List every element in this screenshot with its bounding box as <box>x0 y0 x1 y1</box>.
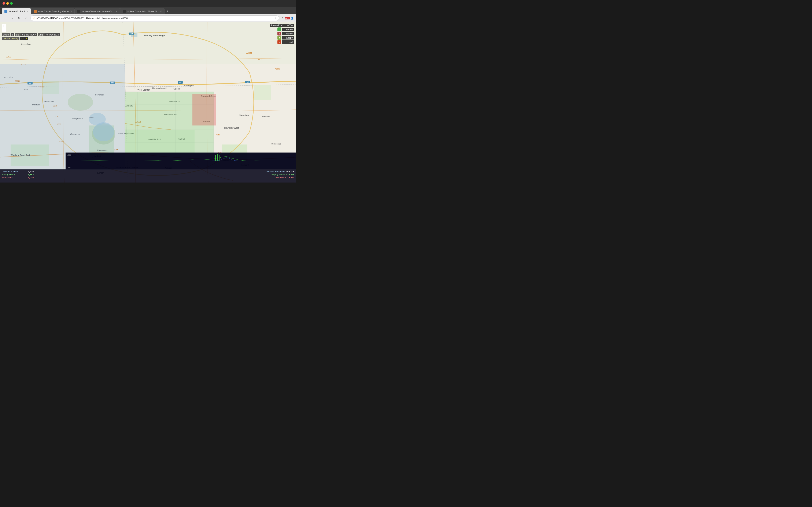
svg-text:A412: A412 <box>21 64 26 66</box>
svg-rect-91 <box>215 155 216 161</box>
svg-rect-94 <box>221 154 222 161</box>
svg-text:-700: -700 <box>67 167 70 169</box>
svg-text:A332: A332 <box>39 86 44 88</box>
svg-text:Runnymede: Runnymede <box>97 149 108 151</box>
tab-label-1: Where On Earth <box>9 10 26 13</box>
svg-text:B3021: B3021 <box>55 115 60 117</box>
sad-status-global-label: Sad status <box>261 176 286 179</box>
tab-label-4: mckeeh3/woe-twin: Where O... <box>127 10 159 13</box>
svg-text:M25: M25 <box>130 33 133 35</box>
tab-close-2[interactable]: ✕ <box>70 10 72 12</box>
svg-point-6 <box>68 94 93 111</box>
tab-bar: Where On Earth ✕ Akka Cluster Sharding V… <box>0 7 296 14</box>
minimize-button[interactable] <box>6 2 9 5</box>
svg-text:Hounslow: Hounslow <box>239 114 249 116</box>
svg-text:A3113: A3113 <box>135 121 141 123</box>
tab-close-3[interactable]: ✕ <box>115 10 117 12</box>
svg-text:Longford: Longford <box>125 105 133 107</box>
happy-key[interactable]: h <box>277 36 281 40</box>
svg-text:M4: M4 <box>247 81 249 83</box>
delete-key[interactable]: d <box>277 32 281 36</box>
svg-text:Horton: Horton <box>88 116 94 118</box>
hud-topleft: + − Zoom 6 Lat 51.47354267 Lng -0.479637… <box>2 24 60 41</box>
tab-close-4[interactable]: ✕ <box>160 10 162 12</box>
tab-favicon-4 <box>123 10 125 13</box>
close-button[interactable] <box>3 2 5 5</box>
maximize-button[interactable] <box>10 2 13 5</box>
new-badge-icon: NEW <box>285 16 290 20</box>
devices-worldwide-value: 240,705 <box>286 170 294 173</box>
reload-button[interactable]: ↻ <box>16 15 22 21</box>
create-key[interactable]: c <box>277 27 281 31</box>
devices-in-view-value: 9,216 <box>28 170 34 173</box>
bookmark-icon[interactable]: ☆ <box>274 17 276 20</box>
svg-text:Home Park: Home Park <box>44 101 54 103</box>
tab-woe-twin[interactable]: mckeeh3/woe-twin: Where O... ✕ <box>120 8 164 14</box>
tab-close-1[interactable]: ✕ <box>27 10 28 12</box>
new-tab-button[interactable]: + <box>164 8 170 14</box>
svg-text:Bath Road A4: Bath Road A4 <box>169 101 180 103</box>
svg-text:A4: A4 <box>44 66 47 68</box>
svg-text:A4127: A4127 <box>258 58 263 60</box>
svg-text:Harmondsworth: Harmondsworth <box>152 87 167 90</box>
svg-text:Harlington: Harlington <box>184 84 194 87</box>
svg-text:A4020: A4020 <box>246 52 252 54</box>
svg-text:Cranford Cross: Cranford Cross <box>201 95 216 97</box>
zoom-out-button[interactable]: − <box>2 28 6 32</box>
zoom-value: 6 <box>11 33 14 36</box>
svg-text:Coinbrook: Coinbrook <box>95 94 104 96</box>
sad-key[interactable]: s <box>277 40 281 44</box>
svg-text:West Bedfont: West Bedfont <box>148 138 161 141</box>
happy-status-global-label: Happy status <box>260 173 285 176</box>
svg-text:A30: A30 <box>114 149 118 151</box>
happy-status-local-label: Happy status <box>2 173 27 176</box>
map-container[interactable]: M4 M4 M4 M4 A30 A3113 M25 Thorney Interc… <box>0 22 296 182</box>
svg-text:Eton Wick: Eton Wick <box>4 76 13 78</box>
device-density-value: 1,024 <box>20 37 28 40</box>
svg-text:Windsor Great Park: Windsor Great Park <box>11 154 31 157</box>
happy-status-global-value: 225,345 <box>286 173 294 176</box>
tab-favicon-2 <box>34 10 37 13</box>
address-bar[interactable]: ⚠ a91076d00ad1f4342befdaf380dc6850-11055… <box>31 15 279 21</box>
svg-text:B3026: B3026 <box>15 80 20 82</box>
rate-value: 1,000/s <box>284 24 294 27</box>
forward-button[interactable]: → <box>9 15 15 21</box>
bottom-bar: Devices in view 9,216 Happy status 8,192… <box>0 169 296 182</box>
back-button[interactable]: ← <box>2 15 8 21</box>
nav-bar: ← → ↻ ⌂ ⚠ a91076d00ad1f4342befdaf380dc68… <box>0 14 296 22</box>
tab-where-on-earth[interactable]: Where On Earth ✕ <box>2 8 31 14</box>
tab-favicon-3 <box>78 10 80 13</box>
extensions-icon[interactable]: ⚙ <box>281 16 285 20</box>
tab-akka[interactable]: Akka Cluster Sharding Viewer ✕ <box>31 8 74 14</box>
chart-svg: -700 1,100 <box>65 153 296 169</box>
profile-icon[interactable]: 👤 <box>290 16 294 20</box>
svg-text:Twickenham: Twickenham <box>271 143 281 145</box>
sad-label: sad <box>282 40 294 44</box>
device-density-label: Device density <box>2 37 19 40</box>
svg-text:West Drayton: West Drayton <box>138 89 150 91</box>
tab-favicon-1 <box>4 10 7 13</box>
svg-text:Sipson: Sipson <box>173 88 180 90</box>
new-badge: NEW <box>285 17 290 19</box>
svg-rect-95 <box>224 153 224 161</box>
chart-area: -700 1,100 <box>65 153 296 169</box>
svg-text:Poyle Interchange: Poyle Interchange <box>118 132 134 134</box>
browser-chrome: Where On Earth ✕ Akka Cluster Sharding V… <box>0 0 296 22</box>
svg-text:Cippenham: Cippenham <box>21 43 31 45</box>
tab-woe-sim[interactable]: mckeeh3/woe-sim: Where On... ✕ <box>74 8 120 14</box>
svg-text:Eton: Eton <box>24 89 28 91</box>
svg-text:Hounslow West: Hounslow West <box>224 127 239 129</box>
happy-status-local-value: 8,192 <box>28 173 34 176</box>
tab-label-3: mckeeh3/woe-sim: Where On... <box>82 10 114 13</box>
tab-label-2: Akka Cluster Sharding Viewer <box>38 10 69 13</box>
svg-text:M4: M4 <box>111 82 114 84</box>
svg-text:M4: M4 <box>29 82 31 84</box>
home-button[interactable]: ⌂ <box>23 15 29 21</box>
rate-label: Rate +R' -r' <box>270 24 284 27</box>
zoom-in-button[interactable]: + <box>2 24 6 28</box>
hud-topright: Rate +R' -r' 1,000/s c create d delete h… <box>270 24 294 44</box>
svg-text:A315: A315 <box>216 134 220 136</box>
lat-label: Lat <box>15 33 20 36</box>
stats-local: Devices in view 9,216 Happy status 8,192… <box>0 169 42 182</box>
svg-text:Sunnymeads: Sunnymeads <box>72 117 83 120</box>
